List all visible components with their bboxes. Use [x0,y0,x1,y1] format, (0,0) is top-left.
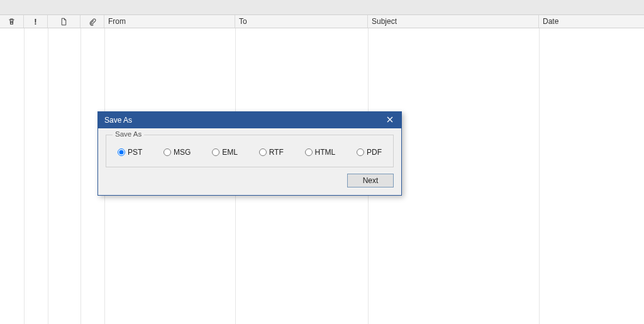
radio-eml-input[interactable] [212,148,219,156]
col-deleted[interactable] [0,15,24,28]
radio-html[interactable]: HTML [305,148,336,157]
radio-eml[interactable]: EML [212,148,238,157]
col-priority[interactable]: ! [24,15,48,28]
col-to[interactable]: To [235,15,368,28]
dialog-button-row: Next [106,174,394,187]
radio-html-label: HTML [315,148,336,157]
save-as-dialog: Save As Save As PST [97,111,402,196]
dialog-close-button[interactable] [382,114,397,126]
groupbox-title: Save As [113,130,144,138]
radio-pdf-label: PDF [367,148,382,157]
toolbar-strip [0,0,644,15]
col-type[interactable] [48,15,80,28]
radio-msg-label: MSG [174,148,191,157]
radio-rtf-label: RTF [269,148,284,157]
grid-body: Save As Save As PST [0,28,644,324]
col-date-label: Date [543,17,558,26]
paperclip-icon [88,18,96,26]
col-date[interactable]: Date [539,15,644,28]
radio-pst-input[interactable] [118,148,125,156]
dialog-title-text: Save As [104,116,132,125]
close-icon [387,116,393,125]
page-icon [60,18,68,26]
priority-icon: ! [34,18,36,26]
save-as-group: Save As PST MSG EML [106,135,394,167]
radio-pst[interactable]: PST [118,148,142,157]
next-button[interactable]: Next [347,174,394,187]
dialog-body: Save As PST MSG EML [98,128,401,195]
radio-html-input[interactable] [305,148,313,156]
col-subject-label: Subject [372,17,397,26]
col-subject[interactable]: Subject [368,15,539,28]
col-from[interactable]: From [104,15,235,28]
grid-header: ! From To Subject Date [0,15,644,28]
col-from-label: From [108,17,126,26]
radio-rtf-input[interactable] [259,148,267,156]
col-to-label: To [239,17,247,26]
col-attachment[interactable] [80,15,104,28]
dialog-titlebar[interactable]: Save As [98,112,401,128]
radio-pdf-input[interactable] [357,148,364,156]
radio-pst-label: PST [128,148,142,157]
radio-rtf[interactable]: RTF [259,148,284,157]
format-options: PST MSG EML RTF [114,148,386,157]
radio-eml-label: EML [222,148,238,157]
radio-pdf[interactable]: PDF [357,148,382,157]
radio-msg-input[interactable] [164,148,171,156]
trash-icon [8,18,16,26]
radio-msg[interactable]: MSG [164,148,191,157]
